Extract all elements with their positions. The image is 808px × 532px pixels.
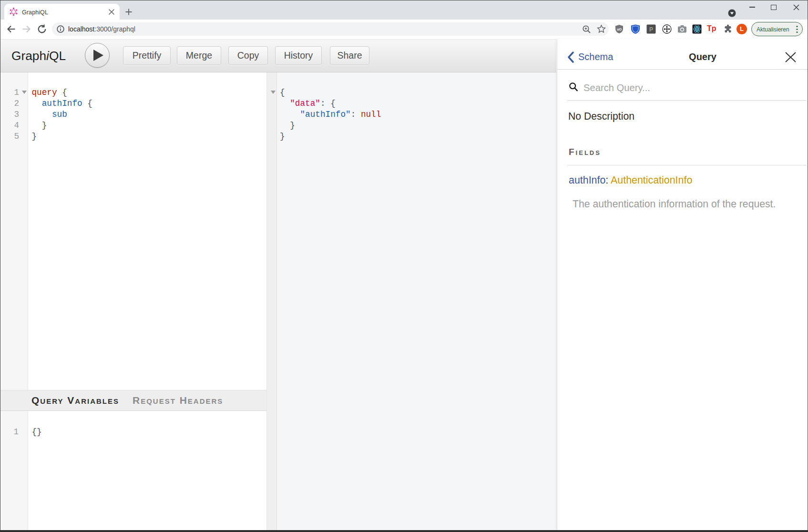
svg-text:P: P xyxy=(649,26,653,33)
svg-text:uO: uO xyxy=(617,28,622,31)
